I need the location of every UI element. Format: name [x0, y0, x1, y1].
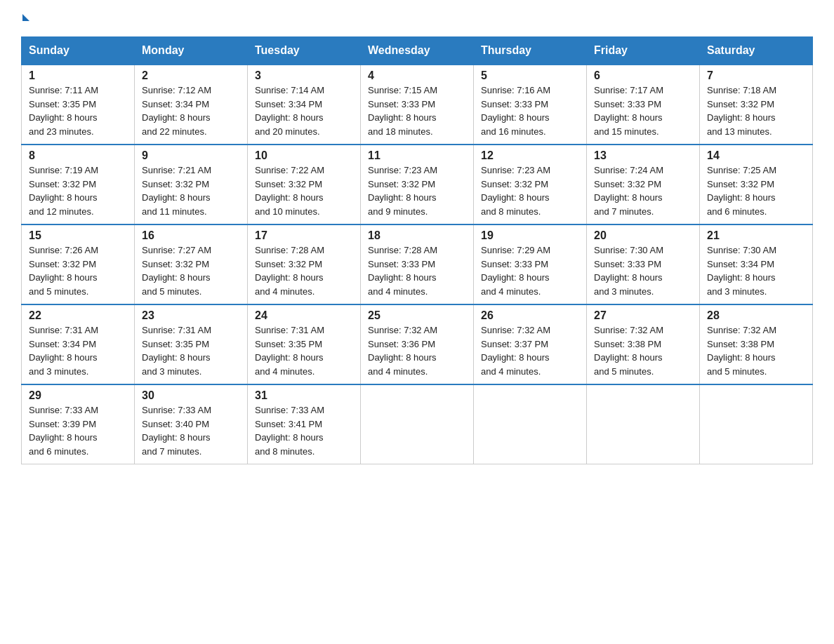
day-info: Sunrise: 7:16 AMSunset: 3:33 PMDaylight:…: [481, 83, 579, 138]
logo: [21, 14, 29, 24]
calendar-cell: 1Sunrise: 7:11 AMSunset: 3:35 PMDaylight…: [22, 65, 135, 145]
day-number: 26: [481, 309, 579, 322]
calendar-cell: 24Sunrise: 7:31 AMSunset: 3:35 PMDayligh…: [248, 304, 361, 384]
day-number: 22: [29, 309, 127, 322]
day-number: 1: [29, 69, 127, 82]
logo-blue-part: [21, 14, 29, 24]
day-info: Sunrise: 7:22 AMSunset: 3:32 PMDaylight:…: [255, 163, 353, 218]
day-info: Sunrise: 7:26 AMSunset: 3:32 PMDaylight:…: [29, 243, 127, 298]
day-info: Sunrise: 7:14 AMSunset: 3:34 PMDaylight:…: [255, 83, 353, 138]
calendar-cell: 22Sunrise: 7:31 AMSunset: 3:34 PMDayligh…: [22, 304, 135, 384]
day-info: Sunrise: 7:17 AMSunset: 3:33 PMDaylight:…: [594, 83, 692, 138]
day-number: 15: [29, 229, 127, 242]
day-number: 29: [29, 389, 127, 402]
calendar-cell: 17Sunrise: 7:28 AMSunset: 3:32 PMDayligh…: [248, 224, 361, 304]
day-number: 4: [368, 69, 466, 82]
day-info: Sunrise: 7:27 AMSunset: 3:32 PMDaylight:…: [142, 243, 240, 298]
calendar-cell: 16Sunrise: 7:27 AMSunset: 3:32 PMDayligh…: [135, 224, 248, 304]
day-info: Sunrise: 7:25 AMSunset: 3:32 PMDaylight:…: [707, 163, 805, 218]
week-row-4: 22Sunrise: 7:31 AMSunset: 3:34 PMDayligh…: [22, 304, 813, 384]
day-number: 31: [255, 389, 353, 402]
calendar-cell: 26Sunrise: 7:32 AMSunset: 3:37 PMDayligh…: [474, 304, 587, 384]
calendar-cell: 29Sunrise: 7:33 AMSunset: 3:39 PMDayligh…: [22, 384, 135, 464]
day-info: Sunrise: 7:31 AMSunset: 3:35 PMDaylight:…: [255, 323, 353, 378]
day-number: 3: [255, 69, 353, 82]
calendar-cell: 23Sunrise: 7:31 AMSunset: 3:35 PMDayligh…: [135, 304, 248, 384]
day-number: 30: [142, 389, 240, 402]
day-info: Sunrise: 7:23 AMSunset: 3:32 PMDaylight:…: [368, 163, 466, 218]
weekday-header-saturday: Saturday: [700, 37, 813, 65]
day-number: 17: [255, 229, 353, 242]
week-row-5: 29Sunrise: 7:33 AMSunset: 3:39 PMDayligh…: [22, 384, 813, 464]
logo-arrow-icon: [22, 14, 29, 21]
day-info: Sunrise: 7:18 AMSunset: 3:32 PMDaylight:…: [707, 83, 805, 138]
calendar-cell: 27Sunrise: 7:32 AMSunset: 3:38 PMDayligh…: [587, 304, 700, 384]
calendar-cell: 5Sunrise: 7:16 AMSunset: 3:33 PMDaylight…: [474, 65, 587, 145]
calendar-cell: [474, 384, 587, 464]
day-number: 11: [368, 149, 466, 162]
calendar-cell: 20Sunrise: 7:30 AMSunset: 3:33 PMDayligh…: [587, 224, 700, 304]
day-info: Sunrise: 7:12 AMSunset: 3:34 PMDaylight:…: [142, 83, 240, 138]
calendar-table: SundayMondayTuesdayWednesdayThursdayFrid…: [21, 36, 813, 464]
calendar-cell: 18Sunrise: 7:28 AMSunset: 3:33 PMDayligh…: [361, 224, 474, 304]
day-number: 27: [594, 309, 692, 322]
calendar-cell: 21Sunrise: 7:30 AMSunset: 3:34 PMDayligh…: [700, 224, 813, 304]
calendar-cell: 19Sunrise: 7:29 AMSunset: 3:33 PMDayligh…: [474, 224, 587, 304]
calendar-cell: [361, 384, 474, 464]
day-number: 14: [707, 149, 805, 162]
day-number: 25: [368, 309, 466, 322]
calendar-cell: 31Sunrise: 7:33 AMSunset: 3:41 PMDayligh…: [248, 384, 361, 464]
day-number: 28: [707, 309, 805, 322]
calendar-cell: 9Sunrise: 7:21 AMSunset: 3:32 PMDaylight…: [135, 145, 248, 224]
day-info: Sunrise: 7:30 AMSunset: 3:34 PMDaylight:…: [707, 243, 805, 298]
day-number: 19: [481, 229, 579, 242]
weekday-header-tuesday: Tuesday: [248, 37, 361, 65]
calendar-cell: 8Sunrise: 7:19 AMSunset: 3:32 PMDaylight…: [22, 145, 135, 224]
weekday-header-row: SundayMondayTuesdayWednesdayThursdayFrid…: [22, 37, 813, 65]
week-row-1: 1Sunrise: 7:11 AMSunset: 3:35 PMDaylight…: [22, 65, 813, 145]
day-info: Sunrise: 7:33 AMSunset: 3:41 PMDaylight:…: [255, 403, 353, 458]
day-info: Sunrise: 7:28 AMSunset: 3:32 PMDaylight:…: [255, 243, 353, 298]
day-info: Sunrise: 7:32 AMSunset: 3:37 PMDaylight:…: [481, 323, 579, 378]
calendar-cell: 12Sunrise: 7:23 AMSunset: 3:32 PMDayligh…: [474, 145, 587, 224]
day-info: Sunrise: 7:29 AMSunset: 3:33 PMDaylight:…: [481, 243, 579, 298]
day-number: 13: [594, 149, 692, 162]
calendar-cell: [700, 384, 813, 464]
calendar-cell: 30Sunrise: 7:33 AMSunset: 3:40 PMDayligh…: [135, 384, 248, 464]
day-info: Sunrise: 7:19 AMSunset: 3:32 PMDaylight:…: [29, 163, 127, 218]
week-row-2: 8Sunrise: 7:19 AMSunset: 3:32 PMDaylight…: [22, 145, 813, 224]
day-info: Sunrise: 7:31 AMSunset: 3:34 PMDaylight:…: [29, 323, 127, 378]
day-info: Sunrise: 7:21 AMSunset: 3:32 PMDaylight:…: [142, 163, 240, 218]
calendar-cell: 2Sunrise: 7:12 AMSunset: 3:34 PMDaylight…: [135, 65, 248, 145]
calendar-cell: 15Sunrise: 7:26 AMSunset: 3:32 PMDayligh…: [22, 224, 135, 304]
day-number: 5: [481, 69, 579, 82]
day-number: 2: [142, 69, 240, 82]
day-info: Sunrise: 7:23 AMSunset: 3:32 PMDaylight:…: [481, 163, 579, 218]
calendar-cell: 25Sunrise: 7:32 AMSunset: 3:36 PMDayligh…: [361, 304, 474, 384]
day-number: 7: [707, 69, 805, 82]
day-number: 9: [142, 149, 240, 162]
weekday-header-thursday: Thursday: [474, 37, 587, 65]
calendar-cell: 7Sunrise: 7:18 AMSunset: 3:32 PMDaylight…: [700, 65, 813, 145]
day-info: Sunrise: 7:32 AMSunset: 3:36 PMDaylight:…: [368, 323, 466, 378]
calendar-cell: 11Sunrise: 7:23 AMSunset: 3:32 PMDayligh…: [361, 145, 474, 224]
calendar-cell: 6Sunrise: 7:17 AMSunset: 3:33 PMDaylight…: [587, 65, 700, 145]
day-number: 12: [481, 149, 579, 162]
day-info: Sunrise: 7:11 AMSunset: 3:35 PMDaylight:…: [29, 83, 127, 138]
day-number: 18: [368, 229, 466, 242]
day-info: Sunrise: 7:30 AMSunset: 3:33 PMDaylight:…: [594, 243, 692, 298]
calendar-cell: 4Sunrise: 7:15 AMSunset: 3:33 PMDaylight…: [361, 65, 474, 145]
day-number: 23: [142, 309, 240, 322]
day-info: Sunrise: 7:24 AMSunset: 3:32 PMDaylight:…: [594, 163, 692, 218]
weekday-header-friday: Friday: [587, 37, 700, 65]
calendar-cell: 10Sunrise: 7:22 AMSunset: 3:32 PMDayligh…: [248, 145, 361, 224]
calendar-cell: 14Sunrise: 7:25 AMSunset: 3:32 PMDayligh…: [700, 145, 813, 224]
page-header: [21, 14, 813, 24]
day-number: 16: [142, 229, 240, 242]
day-number: 10: [255, 149, 353, 162]
calendar-cell: 13Sunrise: 7:24 AMSunset: 3:32 PMDayligh…: [587, 145, 700, 224]
day-info: Sunrise: 7:32 AMSunset: 3:38 PMDaylight:…: [707, 323, 805, 378]
week-row-3: 15Sunrise: 7:26 AMSunset: 3:32 PMDayligh…: [22, 224, 813, 304]
day-info: Sunrise: 7:15 AMSunset: 3:33 PMDaylight:…: [368, 83, 466, 138]
weekday-header-wednesday: Wednesday: [361, 37, 474, 65]
